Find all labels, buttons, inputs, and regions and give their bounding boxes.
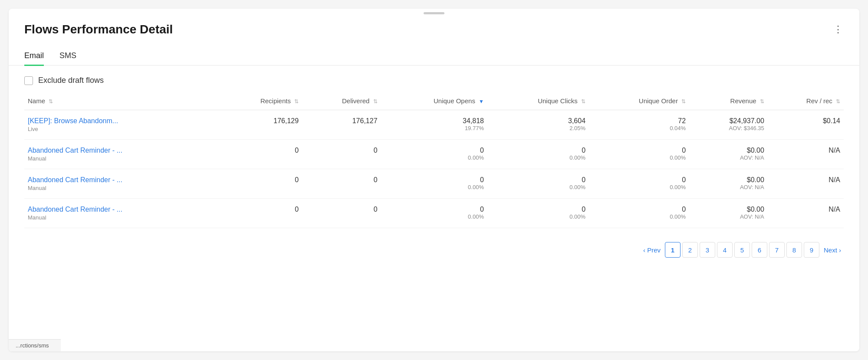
cell-rev-rec-1: N/A: [768, 140, 844, 169]
col-unique-order[interactable]: Unique Order ⇅: [589, 92, 689, 110]
cell-recipients-3: 0: [218, 199, 302, 228]
cell-opens-1: 0 0.00%: [381, 140, 487, 169]
page-6-button[interactable]: 6: [752, 242, 767, 258]
url-bar: ...rctions/sms: [9, 339, 61, 351]
cell-orders-2: 0 0.00%: [589, 169, 689, 199]
cell-opens-3: 0 0.00%: [381, 199, 487, 228]
next-button[interactable]: Next ›: [821, 242, 844, 258]
flow-name-link-1[interactable]: Abandoned Cart Reminder - ...: [28, 147, 214, 154]
sort-unique-opens-icon: ▼: [479, 98, 484, 105]
table-body: [KEEP]: Browse Abandonm... Live 176,129 …: [24, 110, 844, 228]
cell-revenue-1: $0.00 AOV: N/A: [689, 140, 768, 169]
flow-name-link-2[interactable]: Abandoned Cart Reminder - ...: [28, 176, 214, 184]
flow-name-link-3[interactable]: Abandoned Cart Reminder - ...: [28, 206, 214, 213]
page-5-button[interactable]: 5: [734, 242, 750, 258]
drag-handle: [424, 12, 444, 14]
cell-delivered-3: 0: [302, 199, 381, 228]
cell-revenue-3: $0.00 AOV: N/A: [689, 199, 768, 228]
table-row: [KEEP]: Browse Abandonm... Live 176,129 …: [24, 110, 844, 140]
more-options-icon[interactable]: ⋮: [833, 25, 844, 34]
cell-opens-0: 34,818 19.77%: [381, 110, 487, 140]
cell-recipients-0: 176,129: [218, 110, 302, 140]
cell-delivered-2: 0: [302, 169, 381, 199]
col-recipients[interactable]: Recipients ⇅: [218, 92, 302, 110]
page-9-button[interactable]: 9: [804, 242, 819, 258]
table-row: Abandoned Cart Reminder - ... Manual 0 0…: [24, 199, 844, 228]
cell-recipients-1: 0: [218, 140, 302, 169]
exclude-draft-label[interactable]: Exclude draft flows: [24, 76, 104, 85]
prev-button[interactable]: ‹ Prev: [641, 242, 663, 258]
sort-revenue-icon: ⇅: [760, 98, 764, 105]
cell-delivered-0: 176,127: [302, 110, 381, 140]
cell-rev-rec-0: $0.14: [768, 110, 844, 140]
flow-status-1: Manual: [28, 155, 214, 162]
cell-revenue-2: $0.00 AOV: N/A: [689, 169, 768, 199]
cell-revenue-0: $24,937.00 AOV: $346.35: [689, 110, 768, 140]
page-4-button[interactable]: 4: [717, 242, 733, 258]
flow-status-0: Live: [28, 126, 214, 132]
cell-delivered-1: 0: [302, 140, 381, 169]
col-unique-opens[interactable]: Unique Opens ▼: [381, 92, 487, 110]
page-1-button[interactable]: 1: [665, 242, 681, 258]
tab-sms[interactable]: SMS: [59, 48, 76, 65]
sort-unique-clicks-icon: ⇅: [581, 98, 585, 105]
page-2-button[interactable]: 2: [682, 242, 698, 258]
page-8-button[interactable]: 8: [786, 242, 802, 258]
exclude-draft-checkbox[interactable]: [24, 76, 33, 85]
cell-name-1: Abandoned Cart Reminder - ... Manual: [24, 140, 218, 169]
cell-clicks-1: 0 0.00%: [487, 140, 589, 169]
filter-row: Exclude draft flows: [9, 65, 859, 92]
cell-clicks-2: 0 0.00%: [487, 169, 589, 199]
table-row: Abandoned Cart Reminder - ... Manual 0 0…: [24, 140, 844, 169]
cell-opens-2: 0 0.00%: [381, 169, 487, 199]
flow-status-2: Manual: [28, 185, 214, 191]
flow-name-link-0[interactable]: [KEEP]: Browse Abandonm...: [28, 117, 214, 125]
col-revenue[interactable]: Revenue ⇅: [689, 92, 768, 110]
sort-unique-order-icon: ⇅: [681, 98, 686, 105]
col-unique-clicks[interactable]: Unique Clicks ⇅: [487, 92, 589, 110]
cell-name-2: Abandoned Cart Reminder - ... Manual: [24, 169, 218, 199]
page-3-button[interactable]: 3: [700, 242, 715, 258]
cell-orders-3: 0 0.00%: [589, 199, 689, 228]
tab-bar: Email SMS: [9, 40, 859, 65]
cell-clicks-0: 3,604 2.05%: [487, 110, 589, 140]
flows-table: Name ⇅ Recipients ⇅ Delivered ⇅ Unique O…: [24, 92, 844, 228]
main-card: Flows Performance Detail ⋮ Email SMS Exc…: [9, 9, 859, 351]
page-7-button[interactable]: 7: [769, 242, 785, 258]
cell-recipients-2: 0: [218, 169, 302, 199]
flow-status-3: Manual: [28, 214, 214, 221]
sort-name-icon: ⇅: [49, 98, 53, 105]
cell-orders-0: 72 0.04%: [589, 110, 689, 140]
table-row: Abandoned Cart Reminder - ... Manual 0 0…: [24, 169, 844, 199]
cell-rev-rec-2: N/A: [768, 169, 844, 199]
cell-name-0: [KEEP]: Browse Abandonm... Live: [24, 110, 218, 140]
table-header-row: Name ⇅ Recipients ⇅ Delivered ⇅ Unique O…: [24, 92, 844, 110]
col-delivered[interactable]: Delivered ⇅: [302, 92, 381, 110]
cell-name-3: Abandoned Cart Reminder - ... Manual: [24, 199, 218, 228]
sort-rev-rec-icon: ⇅: [836, 98, 840, 105]
sort-recipients-icon: ⇅: [294, 98, 299, 105]
page-title: Flows Performance Detail: [24, 23, 173, 36]
col-rev-rec[interactable]: Rev / rec ⇅: [768, 92, 844, 110]
cell-rev-rec-3: N/A: [768, 199, 844, 228]
col-name[interactable]: Name ⇅: [24, 92, 218, 110]
pagination: ‹ Prev 1 2 3 4 5 6 7 8 9 Next ›: [9, 228, 859, 270]
table-wrap: Name ⇅ Recipients ⇅ Delivered ⇅ Unique O…: [9, 92, 859, 228]
sort-delivered-icon: ⇅: [373, 98, 378, 105]
tab-email[interactable]: Email: [24, 48, 44, 66]
cell-clicks-3: 0 0.00%: [487, 199, 589, 228]
cell-orders-1: 0 0.00%: [589, 140, 689, 169]
